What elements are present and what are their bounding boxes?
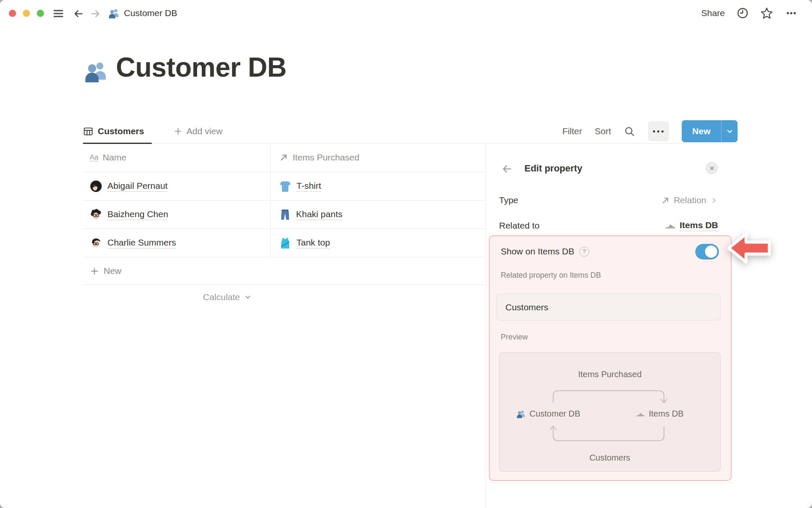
forward-icon [90, 8, 101, 19]
sort-button[interactable]: Sort [595, 126, 611, 136]
back-icon [501, 163, 513, 175]
relation-arrow-icon [661, 196, 670, 205]
new-button[interactable]: New [682, 120, 738, 142]
relation-arrow-icon [279, 153, 288, 162]
help-icon[interactable]: ? [579, 247, 589, 257]
ellipsis-icon[interactable] [785, 7, 798, 19]
section-divider [486, 483, 732, 483]
table-row: Abigail Pernaut T-shirt [83, 172, 486, 201]
view-bar-controls: Filter Sort New [562, 119, 738, 143]
back-icon [73, 8, 84, 19]
new-dropdown-button[interactable] [721, 120, 738, 142]
jeans-icon [279, 209, 291, 221]
clock-icon[interactable] [737, 7, 749, 19]
property-type-row[interactable]: Type Relation [499, 193, 718, 207]
add-view-label: Add view [187, 126, 222, 136]
tanktop-icon [279, 237, 291, 249]
database-table: Aa Name Items Purchased Abigail Pernaut … [83, 143, 486, 309]
plus-icon [90, 266, 99, 276]
name-cell[interactable]: Charlie Summers [83, 229, 271, 257]
chevron-down-icon [244, 293, 252, 301]
relation-link[interactable]: Tank top [296, 237, 330, 248]
table-header-row: Aa Name Items Purchased [83, 143, 486, 172]
show-on-items-db-label: Show on Items DB [501, 246, 574, 257]
related-to-row[interactable]: Related to Items DB [499, 218, 718, 233]
filter-button[interactable]: Filter [562, 126, 582, 136]
highlighted-section: Show on Items DB ? Related property on I… [489, 235, 732, 481]
star-icon[interactable] [760, 7, 773, 19]
preview-label: Preview [501, 333, 528, 342]
new-row-button[interactable]: New [83, 257, 486, 285]
titlebar: Customer DB Share [0, 0, 812, 26]
chevron-right-icon [710, 196, 718, 204]
share-button[interactable]: Share [701, 8, 725, 18]
related-db-link[interactable]: Items DB [680, 220, 718, 231]
breadcrumb-title: Customer DB [124, 8, 177, 18]
column-header-items-purchased[interactable]: Items Purchased [271, 143, 486, 172]
calculate-button[interactable]: Calculate [83, 285, 486, 309]
text-type-icon: Aa [90, 154, 99, 162]
new-row-label: New [104, 266, 121, 276]
table-view-icon [83, 126, 93, 137]
tshirt-icon [279, 180, 291, 193]
close-window-button[interactable] [9, 10, 16, 17]
toggle-knob [705, 246, 717, 258]
traffic-lights [9, 10, 44, 17]
column-label: Items Purchased [293, 152, 359, 163]
relation-link[interactable]: T-shirt [296, 181, 321, 192]
panel-title: Edit property [524, 163, 582, 174]
name-cell[interactable]: Abigail Pernaut [83, 172, 271, 200]
table-row: Charlie Summers Tank top [83, 229, 486, 257]
preview-db-row: Customer DB Items DB [499, 409, 720, 421]
zoom-window-button[interactable] [37, 10, 44, 17]
sneaker-icon [636, 409, 645, 419]
page-link[interactable]: Charlie Summers [107, 237, 176, 248]
table-row: Baizheng Chen Khaki pants [83, 201, 486, 229]
related-to-label: Related to [499, 221, 540, 231]
preview-customer-db-label: Customer DB [529, 409, 580, 419]
menu-icon [52, 8, 64, 19]
show-on-items-db-toggle[interactable] [695, 244, 719, 260]
search-icon[interactable] [624, 126, 635, 137]
back-button[interactable] [72, 7, 85, 20]
related-property-input[interactable] [497, 294, 721, 320]
breadcrumb[interactable]: Customer DB [108, 7, 177, 19]
plus-icon [173, 127, 183, 136]
page-icon-people[interactable] [84, 59, 108, 84]
type-label: Type [499, 195, 518, 205]
type-value: Relation [674, 195, 706, 205]
page-link[interactable]: Abigail Pernaut [107, 181, 167, 192]
panel-back-button[interactable] [501, 163, 513, 175]
annotation-arrow-left-icon [727, 230, 771, 266]
tab-customers[interactable]: Customers [83, 119, 152, 143]
page-link[interactable]: Baizheng Chen [107, 209, 168, 220]
new-button-label[interactable]: New [682, 120, 721, 142]
related-property-label: Related property on Items DB [501, 271, 601, 280]
people-icon [516, 409, 526, 419]
minimize-window-button[interactable] [23, 10, 30, 17]
sidebar-menu-button[interactable] [52, 7, 65, 20]
show-on-items-db-row: Show on Items DB ? [501, 243, 719, 260]
name-cell[interactable]: Baizheng Chen [83, 201, 271, 229]
tab-label: Customers [98, 126, 144, 136]
avatar [90, 208, 102, 221]
relation-link[interactable]: Khaki pants [296, 209, 343, 220]
close-icon [708, 165, 716, 172]
sneaker-icon [665, 220, 676, 231]
panel-close-button[interactable] [705, 162, 718, 174]
preview-customer-db: Customer DB [516, 409, 580, 419]
forward-button[interactable] [89, 7, 102, 20]
relation-cell[interactable]: Khaki pants [271, 201, 486, 229]
chevron-down-icon [725, 127, 734, 136]
preview-top-property: Items Purchased [499, 370, 720, 379]
column-header-name[interactable]: Aa Name [83, 143, 271, 172]
page-title[interactable]: Customer DB [116, 52, 286, 83]
add-view-button[interactable]: Add view [173, 119, 222, 143]
view-options-button[interactable] [648, 121, 669, 141]
column-label: Name [103, 152, 126, 163]
relation-cell[interactable]: Tank top [271, 229, 486, 257]
relation-cell[interactable]: T-shirt [271, 172, 486, 200]
people-icon [108, 8, 120, 19]
preview-items-db-label: Items DB [649, 409, 683, 419]
relation-preview-diagram: Items Purchased Customer DB Items DB Cus… [499, 352, 721, 472]
